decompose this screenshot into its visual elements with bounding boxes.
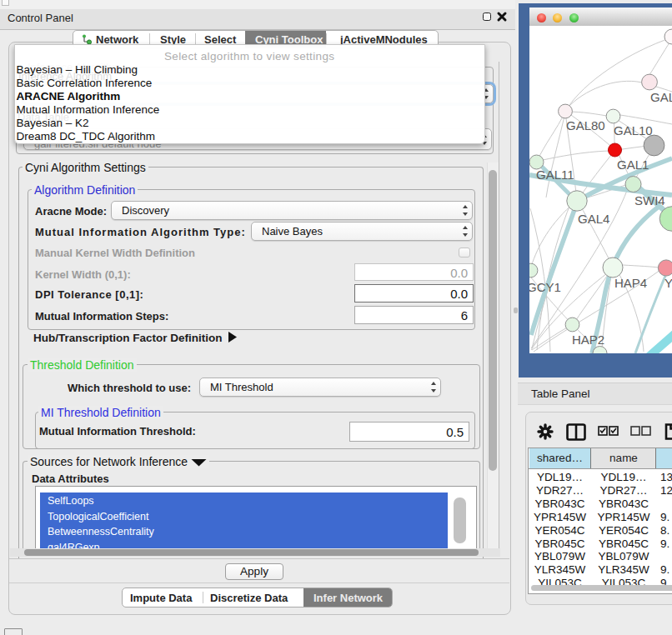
svg-text:HAP2: HAP2 xyxy=(572,332,604,347)
svg-text:SWI4: SWI4 xyxy=(634,193,665,208)
svg-text:Y: Y xyxy=(664,276,672,290)
svg-text:HAP4: HAP4 xyxy=(614,276,647,290)
svg-text:GAL4: GAL4 xyxy=(578,212,609,226)
svg-text:GAL1: GAL1 xyxy=(617,158,649,172)
svg-text:GAL10: GAL10 xyxy=(614,123,653,138)
svg-text:GAL11: GAL11 xyxy=(536,168,574,182)
svg-text:GAL80: GAL80 xyxy=(566,118,605,132)
svg-text:GCY1: GCY1 xyxy=(529,280,561,294)
svg-text:GAL: GAL xyxy=(650,90,672,104)
